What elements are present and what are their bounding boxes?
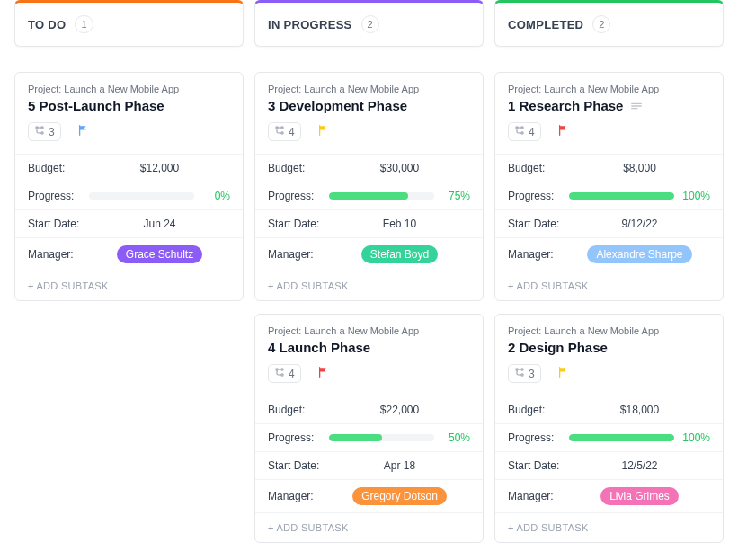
project-line[interactable]: Project: Launch a New Mobile App [268, 325, 470, 336]
progress-bar [329, 434, 434, 441]
progress-row[interactable]: Progress:100% [495, 423, 723, 451]
progress-bar [569, 434, 674, 441]
task-title[interactable]: 1 Research Phase [508, 98, 710, 113]
column-title: COMPLETED [508, 18, 583, 31]
svg-point-7 [281, 369, 283, 370]
task-card[interactable]: Project: Launch a New Mobile App5 Post-L… [14, 72, 244, 301]
svg-point-5 [281, 132, 283, 134]
svg-point-1 [41, 127, 43, 129]
subtask-count-pill[interactable]: 4 [268, 122, 301, 141]
add-subtask-button[interactable]: + ADD SUBTASK [15, 271, 243, 300]
manager-row[interactable]: Manager:Grace Schultz [15, 237, 243, 271]
task-title[interactable]: 3 Development Phase [268, 98, 470, 113]
kanban-board: TO DO1Project: Launch a New Mobile App5 … [0, 0, 738, 557]
project-line[interactable]: Project: Launch a New Mobile App [268, 84, 470, 94]
task-title[interactable]: 5 Post-Launch Phase [28, 98, 230, 113]
progress-percent: 100% [681, 431, 710, 444]
project-line[interactable]: Project: Launch a New Mobile App [508, 325, 710, 336]
priority-flag-icon[interactable] [317, 124, 330, 140]
svg-point-13 [521, 127, 523, 129]
progress-row[interactable]: Progress:100% [495, 182, 723, 209]
svg-point-16 [521, 369, 523, 370]
budget-row[interactable]: Budget:$30,000 [255, 154, 483, 182]
svg-point-14 [521, 132, 523, 134]
column-todo: TO DO1Project: Launch a New Mobile App5 … [14, 0, 244, 543]
svg-point-17 [521, 374, 523, 376]
svg-point-6 [276, 369, 278, 370]
start-date-row[interactable]: Start Date:12/5/22 [495, 451, 723, 479]
column-title: IN PROGRESS [268, 18, 352, 31]
budget-row[interactable]: Budget:$12,000 [15, 154, 243, 182]
progress-row[interactable]: Progress:50% [255, 423, 483, 451]
progress-percent: 50% [441, 431, 470, 444]
priority-flag-icon[interactable] [557, 366, 570, 382]
add-subtask-button[interactable]: + ADD SUBTASK [495, 512, 723, 542]
start-date-row[interactable]: Start Date:9/12/22 [495, 209, 723, 237]
column-inprogress: IN PROGRESS2Project: Launch a New Mobile… [254, 0, 484, 543]
priority-flag-icon[interactable] [557, 124, 570, 140]
column-count-badge: 2 [361, 15, 379, 33]
manager-chip[interactable]: Grace Schultz [117, 245, 202, 263]
manager-row[interactable]: Manager:Livia Grimes [495, 479, 723, 512]
manager-chip[interactable]: Livia Grimes [600, 487, 679, 505]
budget-row[interactable]: Budget:$8,000 [495, 154, 723, 182]
manager-row[interactable]: Manager:Alexandre Sharpe [495, 237, 723, 271]
add-subtask-button[interactable]: + ADD SUBTASK [255, 512, 483, 542]
cards-list: Project: Launch a New Mobile App5 Post-L… [14, 72, 244, 301]
subtask-tree-icon [274, 125, 285, 138]
cards-list: Project: Launch a New Mobile App1 Resear… [494, 72, 724, 543]
description-icon [630, 98, 643, 113]
svg-point-3 [276, 127, 278, 129]
subtask-tree-icon [274, 367, 285, 380]
task-card[interactable]: Project: Launch a New Mobile App2 Design… [494, 314, 724, 543]
column-completed: COMPLETED2Project: Launch a New Mobile A… [494, 0, 724, 543]
column-header-todo[interactable]: TO DO1 [14, 0, 244, 47]
manager-chip[interactable]: Alexandre Sharpe [587, 245, 691, 263]
svg-point-4 [281, 127, 283, 129]
column-header-completed[interactable]: COMPLETED2 [494, 0, 724, 47]
column-title: TO DO [28, 18, 66, 31]
priority-flag-icon[interactable] [77, 124, 90, 140]
progress-percent: 0% [201, 190, 230, 202]
progress-row[interactable]: Progress:0% [15, 182, 243, 209]
subtask-tree-icon [514, 367, 525, 380]
budget-row[interactable]: Budget:$18,000 [495, 396, 723, 423]
svg-point-15 [516, 369, 518, 370]
subtask-count-pill[interactable]: 4 [268, 364, 301, 383]
svg-point-8 [281, 374, 283, 376]
subtask-count-pill[interactable]: 3 [508, 364, 541, 383]
manager-row[interactable]: Manager:Gregory Dotson [255, 479, 483, 512]
column-header-inprogress[interactable]: IN PROGRESS2 [254, 0, 484, 47]
column-count-badge: 2 [592, 15, 610, 33]
progress-percent: 100% [681, 190, 710, 202]
task-card[interactable]: Project: Launch a New Mobile App4 Launch… [254, 314, 484, 543]
progress-row[interactable]: Progress:75% [255, 182, 483, 209]
project-line[interactable]: Project: Launch a New Mobile App [28, 84, 230, 94]
add-subtask-button[interactable]: + ADD SUBTASK [255, 271, 483, 300]
priority-flag-icon[interactable] [317, 366, 330, 382]
budget-row[interactable]: Budget:$22,000 [255, 396, 483, 423]
progress-bar [89, 192, 194, 200]
manager-chip[interactable]: Stefan Boyd [361, 245, 438, 263]
task-title[interactable]: 4 Launch Phase [268, 340, 470, 355]
add-subtask-button[interactable]: + ADD SUBTASK [495, 271, 723, 300]
subtask-tree-icon [34, 125, 45, 138]
task-card[interactable]: Project: Launch a New Mobile App1 Resear… [494, 72, 724, 301]
svg-point-2 [41, 132, 43, 134]
start-date-row[interactable]: Start Date:Apr 18 [255, 451, 483, 479]
manager-chip[interactable]: Gregory Dotson [352, 487, 447, 505]
start-date-row[interactable]: Start Date:Feb 10 [255, 209, 483, 237]
start-date-row[interactable]: Start Date:Jun 24 [15, 209, 243, 237]
subtask-count-pill[interactable]: 3 [28, 122, 61, 141]
manager-row[interactable]: Manager:Stefan Boyd [255, 237, 483, 271]
subtask-tree-icon [514, 125, 525, 138]
svg-point-12 [516, 127, 518, 129]
task-title[interactable]: 2 Design Phase [508, 340, 710, 355]
progress-bar [569, 192, 674, 200]
column-count-badge: 1 [75, 15, 93, 33]
progress-percent: 75% [441, 190, 470, 202]
svg-point-0 [36, 127, 38, 129]
task-card[interactable]: Project: Launch a New Mobile App3 Develo… [254, 72, 484, 301]
project-line[interactable]: Project: Launch a New Mobile App [508, 84, 710, 94]
subtask-count-pill[interactable]: 4 [508, 122, 541, 141]
